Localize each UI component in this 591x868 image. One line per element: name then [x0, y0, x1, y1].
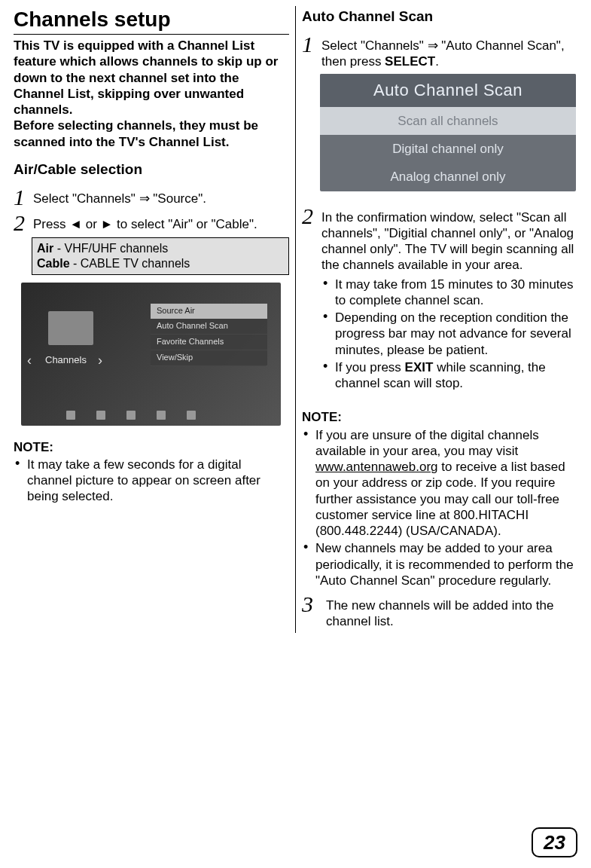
- step-r1-text: Select "Channels" ⇒ "Auto Channel Scan",…: [321, 33, 577, 70]
- step-number-r3: 3: [302, 593, 317, 616]
- info-air-desc: - VHF/UHF channels: [53, 242, 168, 255]
- tv-menu-viewskip: View/Skip: [151, 350, 267, 366]
- tv-menu-source: Source Air: [151, 304, 267, 319]
- tv-menu: Source Air Auto Channel Scan Favorite Ch…: [151, 304, 267, 366]
- step-r2-text: In the confirmation window, select "Scan…: [321, 205, 577, 393]
- info-cable-label: Cable: [37, 257, 70, 270]
- tv-bottom-icons: [66, 411, 196, 420]
- note-heading-left: NOTE:: [14, 439, 289, 455]
- info-air-label: Air: [37, 242, 53, 255]
- intro-text: This TV is equipped with a Channel List …: [14, 34, 289, 150]
- note-right-1: If you are unsure of the digital channel…: [302, 427, 577, 539]
- page-title: Channels setup: [14, 6, 289, 32]
- step-number-1: 1: [14, 186, 29, 209]
- step-r3-text: The new channels will be added into the …: [321, 593, 577, 630]
- note-right-2: New channels may be added to your area p…: [302, 540, 577, 588]
- scan-option-analog: Analog channel only: [320, 163, 576, 191]
- note-left-1: It may take a few seconds for a digital …: [14, 457, 289, 505]
- scan-option-all: Scan all channels: [320, 107, 576, 135]
- step-2-text: Press ◄ or ► to select "Air" or "Cable".: [33, 212, 289, 232]
- step-number-2: 2: [14, 212, 29, 234]
- tv-menu-autoscan: Auto Channel Scan: [151, 319, 267, 335]
- tv-arrow-left-icon: ‹: [27, 352, 32, 369]
- auto-scan-dialog: Auto Channel Scan Scan all channels Digi…: [320, 74, 576, 191]
- tv-bottom-icon: [126, 411, 136, 420]
- subheading-auto-scan: Auto Channel Scan: [302, 8, 577, 26]
- tv-bottom-icon: [96, 411, 105, 420]
- step-number-r1: 1: [302, 33, 317, 56]
- air-cable-info-box: Air - VHF/UHF channels Cable - CABLE TV …: [32, 237, 289, 275]
- tv-thumb-icon: [48, 311, 93, 345]
- step-r2-bullet-3: If you press EXIT while scanning, the ch…: [321, 359, 577, 392]
- note-heading-right: NOTE:: [302, 409, 577, 425]
- step-r2-bullet-1: It may take from 15 minutes to 30 minute…: [321, 277, 577, 309]
- tv-bottom-icon: [187, 411, 196, 420]
- tv-menu-favorite: Favorite Channels: [151, 335, 267, 350]
- step-number-r2: 2: [302, 205, 317, 228]
- subheading-air-cable: Air/Cable selection: [14, 160, 289, 179]
- info-cable-desc: - CABLE TV channels: [70, 257, 190, 270]
- tv-channels-label: Channels: [45, 354, 87, 366]
- step-r2-bullet-2: Depending on the reception condition the…: [321, 310, 577, 358]
- page-number: 23: [532, 827, 577, 858]
- tv-bottom-icon: [157, 411, 166, 420]
- scan-option-digital: Digital channel only: [320, 135, 576, 163]
- tv-arrow-right-icon: ›: [98, 352, 102, 369]
- scan-dialog-title: Auto Channel Scan: [320, 74, 576, 107]
- tv-screenshot: ‹ Channels › Source Air Auto Channel Sca…: [21, 283, 281, 426]
- antennaweb-link: www.antennaweb.org: [315, 460, 438, 474]
- step-1-text: Select "Channels" ⇒ "Source".: [33, 186, 289, 206]
- tv-bottom-icon: [66, 411, 75, 420]
